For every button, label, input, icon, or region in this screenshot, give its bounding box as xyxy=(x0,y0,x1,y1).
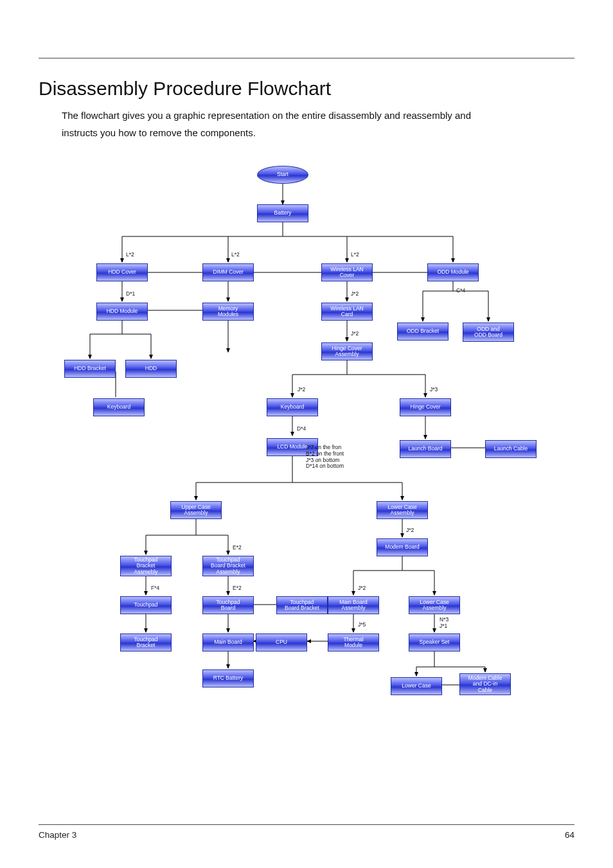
label-l2-hdd: L*2 xyxy=(126,252,134,258)
label-d1: D*1 xyxy=(126,291,135,297)
label-lcd-follow: J*7 on the fron B*2 on the front J*3 on … xyxy=(306,445,344,470)
node-wlan-cover: Wireless LAN Cover xyxy=(321,263,373,281)
node-touchpad: Touchpad xyxy=(120,596,172,614)
label-l2-dimm: L*2 xyxy=(231,252,240,258)
node-odd-module: ODD Module xyxy=(427,263,479,281)
node-battery: Battery xyxy=(257,204,308,222)
label-j2-hinge: J*2 xyxy=(351,331,359,337)
intro-line-1: The flowchart gives you a graphic repres… xyxy=(62,109,574,123)
node-lower-case-assembly-2: Lower Case Assembly xyxy=(409,596,460,614)
node-keyboard-1: Keyboard xyxy=(93,398,145,416)
label-j2-modem: J*2 xyxy=(406,527,414,534)
node-launch-cable: Launch Cable xyxy=(485,440,537,458)
node-touchpad-board-bracket: Touchpad Board Bracket xyxy=(276,596,328,614)
page-footer: Chapter 3 64 xyxy=(39,824,574,840)
node-upper-case-assembly: Upper Case Assembly xyxy=(170,501,222,519)
label-d4: D*4 xyxy=(297,426,306,432)
label-j5: J*5 xyxy=(358,622,366,628)
node-odd-odd-board: ODD and ODD Board xyxy=(463,323,514,342)
footer-rule xyxy=(39,824,574,825)
node-main-board-assembly: Main Board Assembly xyxy=(328,596,379,614)
label-c4: C*4 xyxy=(456,288,465,294)
node-main-board: Main Board xyxy=(202,633,254,651)
node-cpu: CPU xyxy=(256,633,307,651)
node-wlan-card: Wireless LAN Card xyxy=(321,303,373,321)
page-title: Disassembly Procedure Flowchart xyxy=(39,78,574,100)
node-modem-dcin-cable: Modem Cable and DC-in Cable xyxy=(459,673,511,695)
label-n3-j1: N*3 J*1 xyxy=(440,617,449,630)
node-memory-modules: Memory Modules xyxy=(202,303,254,321)
label-f4: F*4 xyxy=(151,585,159,592)
node-modem-board: Modem Board xyxy=(377,538,428,556)
node-hdd-module: HDD Module xyxy=(96,303,148,321)
label-l2-wlan: L*2 xyxy=(351,252,359,258)
node-keyboard-2: Keyboard xyxy=(267,398,318,416)
label-j2-wlan: J*2 xyxy=(351,291,359,297)
node-speaker-set: Speaker Set xyxy=(409,633,460,651)
flowchart: Start Battery HDD Cover DIMM Cover Wirel… xyxy=(39,166,574,725)
label-j3-hinge: J*3 xyxy=(430,387,438,393)
node-hinge-cover-assembly: Hinge Cover Assembly xyxy=(321,342,373,360)
node-hdd-bracket: HDD Bracket xyxy=(64,360,116,378)
node-rtc-battery: RTC Battery xyxy=(202,669,254,687)
node-thermal-module: Thermal Module xyxy=(328,633,379,651)
label-j2-mb: J*2 xyxy=(358,585,366,592)
node-touchpad-bracket-assembly: Touchpad Bracket Assmebly xyxy=(120,556,172,576)
node-hinge-cover: Hinge Cover xyxy=(400,398,451,416)
intro-line-2: instructs you how to remove the componen… xyxy=(62,126,574,141)
node-touchpad-board-bracket-assembly: Touchpad Board Bracket Assembly xyxy=(202,556,254,576)
footer-page-number: 64 xyxy=(565,830,574,840)
label-j2-kb: J*2 xyxy=(298,387,305,393)
node-launch-board: Launch Board xyxy=(400,440,451,458)
node-dimm-cover: DIMM Cover xyxy=(202,263,254,281)
node-lower-case: Lower Case xyxy=(391,677,442,695)
node-touchpad-board: Touchpad Board xyxy=(202,596,254,614)
node-hdd-cover: HDD Cover xyxy=(96,263,148,281)
footer-chapter: Chapter 3 xyxy=(39,830,76,840)
header-rule xyxy=(39,58,574,58)
label-e2-a: E*2 xyxy=(233,545,242,551)
node-touchpad-bracket: Touchpad Bracket xyxy=(120,633,172,651)
node-odd-bracket: ODD Bracket xyxy=(397,323,449,341)
node-hdd: HDD xyxy=(125,360,177,378)
node-lower-case-assembly: Lower Case Assembly xyxy=(377,501,428,519)
node-start: Start xyxy=(257,166,308,184)
label-e2-b: E*2 xyxy=(233,585,242,592)
